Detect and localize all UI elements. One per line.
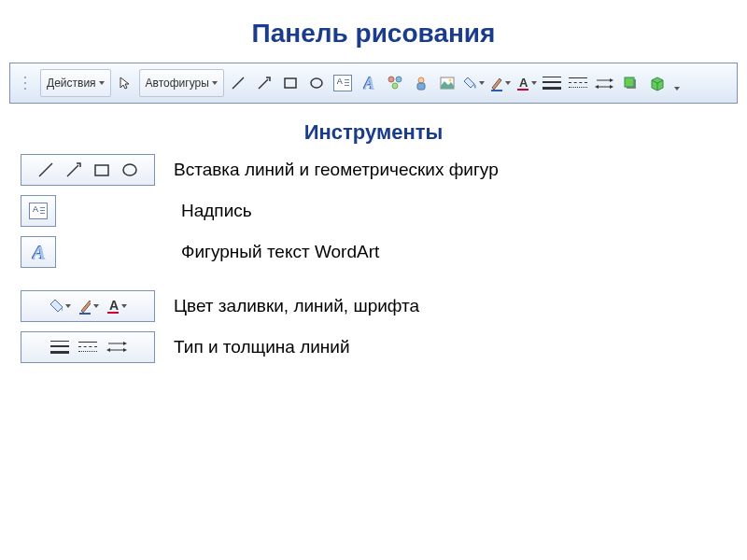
svg-rect-14	[491, 90, 502, 91]
row-shapes: Вставка линий и геометрических фигур	[21, 154, 747, 186]
svg-line-4	[259, 79, 268, 89]
svg-rect-25	[79, 313, 91, 315]
svg-point-10	[418, 77, 424, 83]
line-icon	[35, 159, 57, 181]
line-dash-icon	[77, 336, 99, 358]
chevron-down-icon	[99, 81, 105, 85]
line-dash-button[interactable]	[567, 72, 589, 94]
svg-line-3	[233, 77, 244, 89]
shapes-icon-block	[21, 154, 155, 186]
wordart-icon-block: A	[21, 236, 56, 268]
svg-point-2	[24, 88, 26, 90]
svg-rect-16	[517, 89, 529, 91]
font-color-button[interactable]: A	[514, 72, 537, 94]
row-textbox: Надпись	[21, 195, 747, 227]
picture-button[interactable]	[436, 72, 458, 94]
toolbar-grip[interactable]	[15, 72, 37, 94]
wordart-icon: A	[27, 241, 49, 263]
svg-rect-11	[417, 83, 425, 90]
svg-rect-27	[107, 312, 119, 314]
row-colors: A Цвет заливки, линий, шрифта	[21, 290, 747, 322]
chevron-down-icon	[121, 304, 127, 308]
colors-icon-block: A	[21, 290, 155, 322]
chevron-down-icon	[65, 304, 71, 308]
svg-line-21	[39, 163, 52, 176]
arrow-style-button[interactable]	[593, 72, 615, 94]
svg-text:A: A	[109, 298, 119, 313]
shadow-button[interactable]	[619, 72, 641, 94]
pointer-button[interactable]	[114, 72, 136, 94]
oval-icon	[119, 159, 141, 181]
autoshapes-button[interactable]: Автофигуры	[139, 69, 224, 97]
wordart-button[interactable]: A	[358, 72, 380, 94]
fill-color-icon	[49, 295, 71, 317]
rectangle-button[interactable]	[279, 72, 302, 94]
svg-point-8	[396, 77, 402, 82]
line-weight-button[interactable]	[541, 72, 563, 94]
svg-point-13	[448, 79, 451, 82]
chevron-down-icon	[93, 304, 99, 308]
oval-button[interactable]	[305, 72, 328, 94]
svg-point-7	[388, 77, 394, 82]
toolbar-options-button[interactable]	[671, 72, 683, 94]
rectangle-icon	[91, 159, 113, 181]
svg-rect-5	[285, 78, 296, 88]
line-weight-icon	[49, 336, 71, 358]
svg-text:A: A	[519, 76, 529, 90]
svg-point-0	[24, 77, 26, 78]
colors-desc: Цвет заливки, линий, шрифта	[174, 296, 419, 316]
lines-icon-block	[21, 331, 155, 363]
three-d-button[interactable]	[645, 72, 668, 94]
font-color-icon: A	[105, 295, 127, 317]
chevron-down-icon	[505, 81, 511, 85]
chevron-down-icon	[479, 81, 485, 85]
row-wordart: A Фигурный текст WordArt	[21, 236, 747, 268]
shapes-desc: Вставка линий и геометрических фигур	[174, 160, 499, 180]
page-title: Панель рисования	[0, 19, 747, 49]
line-color-button[interactable]	[488, 72, 511, 94]
svg-point-24	[123, 164, 136, 175]
textbox-icon	[27, 200, 49, 222]
textbox-button[interactable]	[331, 72, 354, 94]
arrow-line-button[interactable]	[253, 72, 275, 94]
svg-line-22	[67, 165, 78, 176]
autoshapes-label: Автофигуры	[146, 77, 209, 90]
svg-rect-20	[625, 77, 634, 87]
fill-color-button[interactable]	[462, 72, 485, 94]
svg-rect-23	[95, 165, 108, 175]
textbox-desc: Надпись	[181, 201, 252, 221]
chevron-down-icon	[212, 81, 218, 85]
drawing-toolbar: Действия Автофигуры A A	[9, 63, 738, 104]
actions-label: Действия	[47, 77, 96, 90]
textbox-icon-block	[21, 195, 56, 227]
tools-subtitle: Инструменты	[0, 120, 747, 145]
line-color-icon	[77, 295, 99, 317]
svg-point-6	[311, 78, 322, 88]
svg-point-1	[24, 82, 26, 84]
diagram-button[interactable]	[384, 72, 406, 94]
line-button[interactable]	[227, 72, 249, 94]
svg-point-9	[392, 83, 398, 89]
row-lines: Тип и толщина линий	[21, 331, 747, 363]
arrow-icon	[63, 159, 85, 181]
chevron-down-icon	[531, 81, 537, 85]
lines-desc: Тип и толщина линий	[174, 337, 350, 357]
wordart-desc: Фигурный текст WordArt	[181, 242, 379, 262]
arrow-style-icon	[105, 336, 127, 358]
actions-button[interactable]: Действия	[40, 69, 111, 97]
clipart-button[interactable]	[410, 72, 432, 94]
